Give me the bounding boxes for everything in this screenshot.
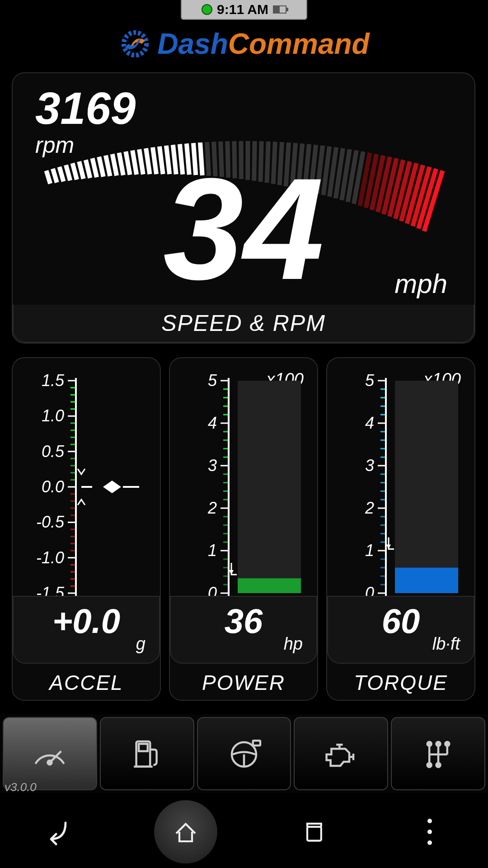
power-value-box: 36 hp — [170, 596, 317, 664]
nav-home-button[interactable] — [154, 800, 217, 863]
svg-rect-175 — [139, 744, 148, 751]
svg-point-0 — [124, 33, 146, 55]
home-icon — [170, 816, 202, 848]
svg-text:1: 1 — [208, 541, 217, 560]
svg-text:4: 4 — [208, 414, 217, 432]
menu-dots-icon — [427, 819, 432, 845]
svg-text:3: 3 — [208, 456, 217, 475]
rpm-value: 3169 — [35, 82, 136, 134]
tab-transmission[interactable] — [391, 717, 485, 790]
power-value: 36 — [225, 601, 263, 641]
speedometer-icon — [29, 733, 70, 774]
svg-point-192 — [436, 763, 440, 767]
svg-text:0.5: 0.5 — [42, 442, 65, 461]
accel-title: ACCEL — [13, 665, 160, 700]
svg-point-173 — [48, 760, 52, 764]
logo-text: DashCommand — [157, 27, 369, 61]
nav-recent-button[interactable] — [293, 811, 334, 852]
android-nav-bar — [0, 796, 488, 868]
torque-value: 60 — [382, 601, 420, 641]
accel-value-box: +0.0 g — [13, 596, 160, 664]
version-label: v3.0.0 — [5, 780, 37, 794]
svg-text:5: 5 — [365, 371, 375, 390]
recent-apps-icon — [298, 816, 329, 848]
power-gauge: 543210 — [170, 367, 319, 602]
speed-rpm-title: SPEED & RPM — [13, 305, 474, 343]
svg-text:1: 1 — [365, 541, 374, 560]
torque-unit: lb·ft — [432, 634, 460, 654]
tab-engine[interactable] — [294, 717, 388, 790]
power-unit: hp — [284, 634, 303, 654]
svg-text:0.0: 0.0 — [42, 477, 64, 496]
svg-point-189 — [436, 742, 440, 746]
tab-gauges[interactable] — [3, 717, 97, 790]
torque-title: TORQUE — [327, 665, 474, 700]
battery-icon — [273, 5, 286, 14]
accel-unit: g — [136, 634, 145, 654]
svg-point-188 — [427, 742, 431, 746]
svg-text:5: 5 — [208, 371, 217, 390]
svg-point-190 — [445, 742, 449, 746]
steering-wheel-icon — [224, 733, 264, 774]
svg-text:1.0: 1.0 — [42, 406, 64, 425]
svg-rect-171 — [395, 568, 458, 593]
svg-text:4: 4 — [365, 414, 374, 432]
power-title: POWER — [170, 665, 317, 700]
accel-gauge: 1.51.00.50.0-0.5-1.0-1.5 — [13, 367, 162, 602]
back-icon — [40, 814, 76, 850]
torque-gauge: 543210 — [327, 367, 476, 602]
app-logo: DashCommand — [0, 27, 488, 61]
svg-rect-170 — [395, 381, 458, 593]
gear-shift-icon — [418, 733, 459, 774]
accel-panel[interactable]: 1.51.00.50.0-0.5-1.0-1.5 +0.0 g ACCEL — [12, 357, 161, 701]
svg-rect-135 — [238, 381, 301, 593]
tab-fuel[interactable] — [100, 717, 194, 790]
svg-rect-136 — [238, 578, 301, 593]
svg-rect-193 — [307, 827, 321, 841]
svg-text:-1.0: -1.0 — [36, 548, 64, 567]
svg-text:-0.5: -0.5 — [36, 513, 65, 531]
logo-gear-icon — [118, 27, 152, 61]
app-tab-bar — [0, 714, 488, 793]
tab-trip[interactable] — [197, 717, 291, 790]
engine-icon — [321, 733, 361, 774]
svg-point-191 — [427, 763, 431, 767]
nav-back-button[interactable] — [38, 811, 79, 852]
speed-unit: mph — [394, 268, 447, 299]
status-connected-icon — [202, 4, 212, 15]
power-panel[interactable]: x100 543210 36 hp POWER — [169, 357, 318, 701]
nav-menu-button[interactable] — [409, 811, 450, 852]
svg-text:2: 2 — [207, 499, 217, 517]
torque-value-box: 60 lb·ft — [327, 596, 474, 664]
svg-text:2: 2 — [365, 499, 374, 517]
accel-value: +0.0 — [52, 601, 120, 641]
svg-text:3: 3 — [365, 456, 374, 475]
speed-rpm-panel[interactable]: 3169 rpm 34 mph SPEED & RPM — [12, 72, 475, 344]
fuel-pump-icon — [127, 733, 167, 774]
svg-rect-179 — [253, 741, 260, 745]
svg-text:1.5: 1.5 — [42, 371, 65, 390]
status-time: 9:11 AM — [217, 2, 268, 17]
android-status-bar: 9:11 AM — [181, 0, 307, 20]
torque-panel[interactable]: x100 543210 60 lb·ft TORQUE — [326, 357, 475, 701]
